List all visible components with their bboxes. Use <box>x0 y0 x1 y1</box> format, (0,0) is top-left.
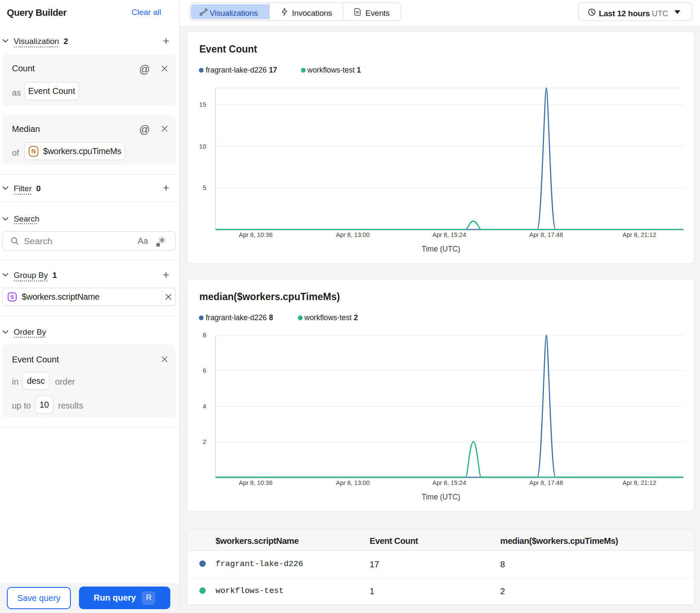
svg-text:2: 2 <box>203 438 206 445</box>
svg-text:Apr 8, 10:36: Apr 8, 10:36 <box>239 479 273 486</box>
svg-text:Apr 8, 17:48: Apr 8, 17:48 <box>529 479 563 486</box>
svg-text:8: 8 <box>203 332 206 339</box>
svg-text:5: 5 <box>203 184 206 191</box>
svg-text:4: 4 <box>203 403 206 410</box>
svg-text:Time (UTC): Time (UTC) <box>422 493 461 501</box>
svg-text:Apr 8, 13:00: Apr 8, 13:00 <box>336 231 370 238</box>
svg-text:Apr 8, 10:36: Apr 8, 10:36 <box>239 231 273 238</box>
svg-text:Apr 8, 15:24: Apr 8, 15:24 <box>432 479 466 486</box>
svg-text:Apr 8, 15:24: Apr 8, 15:24 <box>432 231 466 238</box>
svg-text:Apr 8, 13:00: Apr 8, 13:00 <box>336 479 370 486</box>
svg-text:15: 15 <box>199 101 206 108</box>
svg-text:Apr 8, 21:12: Apr 8, 21:12 <box>623 231 656 238</box>
svg-text:6: 6 <box>203 367 206 374</box>
svg-text:Apr 8, 21:12: Apr 8, 21:12 <box>623 479 656 486</box>
svg-text:Apr 8, 17:48: Apr 8, 17:48 <box>529 231 563 238</box>
svg-text:Time (UTC): Time (UTC) <box>422 245 461 253</box>
svg-text:10: 10 <box>199 143 206 150</box>
